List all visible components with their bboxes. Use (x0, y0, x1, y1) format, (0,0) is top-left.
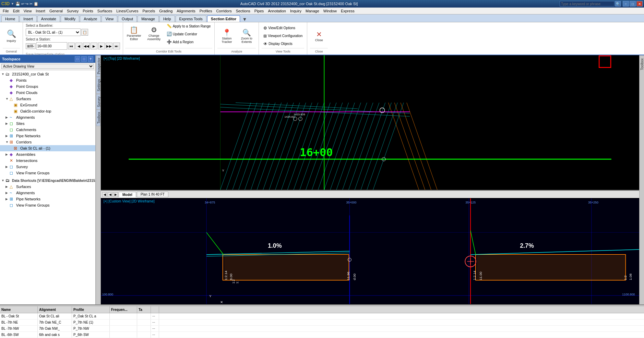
tab-express-tools[interactable]: Express Tools (176, 15, 206, 22)
tree-toggle-root[interactable]: ▼ (1, 72, 5, 76)
close-section-editor-btn[interactable]: ✕ Close (310, 26, 328, 46)
tree-item-ds-alignments[interactable]: ▶ ~ Alignments (0, 190, 95, 196)
menu-points[interactable]: Points (81, 8, 95, 14)
tree-item-ds-view-frame-groups[interactable]: ◻ View Frame Groups (0, 202, 95, 208)
toolspace-icon-help[interactable]: ? (88, 56, 93, 62)
tree-item-point-groups[interactable]: ◆ Point Groups (0, 83, 95, 90)
tree-item-surfaces[interactable]: ▼ △ Surfaces (0, 96, 95, 102)
tab-survey-side[interactable]: Survey (96, 94, 100, 109)
prev2-btn[interactable]: ◀◀ (83, 43, 90, 49)
play-btn[interactable]: ▶ (91, 43, 97, 49)
menu-parcels[interactable]: Parcels (140, 8, 157, 14)
row-more-btn[interactable]: ··· (151, 332, 159, 338)
tab-output[interactable]: Output (118, 15, 137, 22)
viewport-next-tab1[interactable]: ◀ (108, 192, 112, 197)
toolspace-icon-save[interactable]: □ (81, 56, 87, 62)
viewport-tab-model[interactable]: Model (119, 192, 136, 197)
viewport-prev-tab[interactable]: ◀ (102, 192, 107, 197)
table-row[interactable]: BL -7th NE 7th Oak NE_C P_7th NE (1) ··· (0, 319, 644, 326)
baseline-nav-btn[interactable]: 📋 (81, 29, 88, 36)
tree-item-catchments[interactable]: ◻ Catchments (0, 127, 95, 133)
inquiry-button[interactable]: 🔍 Inquiry (3, 26, 20, 46)
apply-to-range-btn[interactable]: 📏 Apply to a Station Range (165, 23, 213, 30)
tab-view[interactable]: View (102, 15, 117, 22)
tree-item-view-frame-groups[interactable]: ◻ View Frame Groups (0, 170, 95, 176)
menu-view[interactable]: View (22, 8, 34, 14)
tab-insert[interactable]: Insert (20, 15, 37, 22)
menu-file[interactable]: File (1, 8, 11, 14)
table-row[interactable]: BL -7th NW 7th Oak NW_ P_7th NW ··· (0, 326, 644, 332)
menu-corridors[interactable]: Corridors (214, 8, 234, 14)
tree-root[interactable]: ▼ 🗂 23152400_cor Oak St (0, 71, 95, 77)
menu-grading[interactable]: Grading (157, 8, 175, 14)
menu-manage[interactable]: Manage (303, 8, 321, 14)
table-row[interactable]: BL -6th SW 6th and oak s P_6th SW ··· (0, 332, 644, 338)
tab-analyze[interactable]: Analyze (80, 15, 101, 22)
menu-pipes[interactable]: Pipes (252, 8, 266, 14)
menu-insert[interactable]: Insert (34, 8, 47, 14)
viewport-tab-plan[interactable]: Plan 1 IN 40 FT (137, 191, 168, 197)
search-input[interactable] (560, 1, 615, 7)
menu-sections[interactable]: Sections (234, 8, 252, 14)
tree-item-assemblies[interactable]: ▶ ◆ Assemblies (0, 151, 95, 158)
menu-profiles[interactable]: Profiles (198, 8, 214, 14)
tree-item-pipe-networks[interactable]: ▶ ⊞ Pipe Networks (0, 133, 95, 139)
prev-btn[interactable]: ◀ (75, 43, 82, 49)
menu-edit[interactable]: Edit (11, 8, 22, 14)
table-row[interactable]: BL - Oak St Oak St CL ali P_Oak St CL a … (0, 313, 644, 319)
menu-general[interactable]: General (47, 8, 65, 14)
last-btn[interactable]: ⏭ (113, 43, 120, 49)
tree-item-ds-surfaces[interactable]: ▶ △ Surfaces (0, 184, 95, 190)
menu-alignments[interactable]: Alignments (175, 8, 197, 14)
row-more-btn[interactable]: ··· (151, 313, 159, 319)
tree-item-oakst-corridor-top[interactable]: ▣ OakSt-corridor-top (0, 108, 95, 114)
toolspace-dropdown[interactable]: Active Drawing View (0, 63, 95, 70)
tab-prospector[interactable]: Prospector (96, 55, 100, 77)
view-edit-options-btn[interactable]: ⚙ View/Edit Options (262, 25, 304, 32)
tree-item-sites[interactable]: ▶ ◻ Sites (0, 120, 95, 127)
row-more-btn[interactable]: ··· (151, 326, 159, 331)
add-region-btn[interactable]: ➕ Add a Region (165, 38, 213, 45)
ribbon-extra-btn[interactable]: ▼ (241, 16, 248, 22)
tab-settings[interactable]: Settings (96, 77, 100, 94)
search-icon[interactable]: 🔍 (615, 1, 621, 7)
menu-annotation[interactable]: Annotation (266, 8, 288, 14)
next2-btn[interactable]: ▶▶ (106, 43, 112, 49)
tree-item-intersections[interactable]: ✕ Intersections (0, 158, 95, 164)
tab-home[interactable]: Home (1, 15, 19, 22)
station-tracker-btn[interactable]: 📍 Station Tracker (217, 26, 236, 46)
tab-help[interactable]: Help (159, 15, 175, 22)
drawing-view-select[interactable]: Active Drawing View (1, 64, 94, 69)
viewport-next-tab2[interactable]: ▶ (113, 192, 118, 197)
next-btn[interactable]: ▶ (98, 43, 105, 49)
change-assembly-btn[interactable]: ⚙ ChangeAssembly (145, 24, 163, 43)
row-more-btn[interactable]: ··· (151, 319, 159, 325)
tree-item-exground[interactable]: ▣ ExGround (0, 102, 95, 108)
close-btn[interactable]: ✕ (636, 1, 643, 7)
menu-survey[interactable]: Survey (65, 8, 81, 14)
tree-item-survey[interactable]: ▶ ◻ Survey (0, 164, 95, 170)
tree-item-point-clouds[interactable]: ◆ Point Clouds (0, 90, 95, 96)
minimize-btn[interactable]: − (623, 1, 629, 7)
display-objects-btn[interactable]: 👁 Display Objects (262, 40, 304, 47)
maximize-btn[interactable]: □ (630, 1, 636, 7)
tree-item-corridors[interactable]: ▼ ⊞ Corridors (0, 139, 95, 145)
menu-window[interactable]: Window (321, 8, 339, 14)
menu-inquiry[interactable]: Inquiry (288, 8, 303, 14)
menu-express[interactable]: Express (339, 8, 357, 14)
tree-item-oak-st-cl[interactable]: ⊠ Oak St CL ali - (1) (0, 145, 95, 151)
tab-toolbox-right[interactable]: Toolbox (640, 55, 644, 73)
toolspace-icon-new[interactable]: □ (75, 56, 80, 62)
update-corridor-btn[interactable]: 🔄 Update Corridor (165, 31, 213, 37)
tab-toolbox[interactable]: Toolbox (96, 109, 100, 126)
prev-station-btn[interactable]: ⏮ (68, 43, 75, 49)
parameter-editor-btn[interactable]: 📋 Parameter Editor (125, 24, 143, 43)
tree-item-data-shortcuts[interactable]: ▼ 🗂 Data Shortcuts [V:\ES\Engcad\ENGIN\B… (0, 177, 95, 184)
station-input[interactable] (36, 42, 67, 50)
zoom-to-extents-btn[interactable]: 🔍 Zoom to Extents (237, 26, 256, 46)
tab-annotate[interactable]: Annotate (37, 15, 60, 22)
baseline-select[interactable]: BL - Oak St CL ali - (1) (26, 28, 81, 36)
tab-manage[interactable]: Manage (138, 15, 159, 22)
tab-section-editor[interactable]: Section Editor (207, 15, 240, 22)
tree-item-alignments[interactable]: ▶ ~ Alignments (0, 114, 95, 120)
